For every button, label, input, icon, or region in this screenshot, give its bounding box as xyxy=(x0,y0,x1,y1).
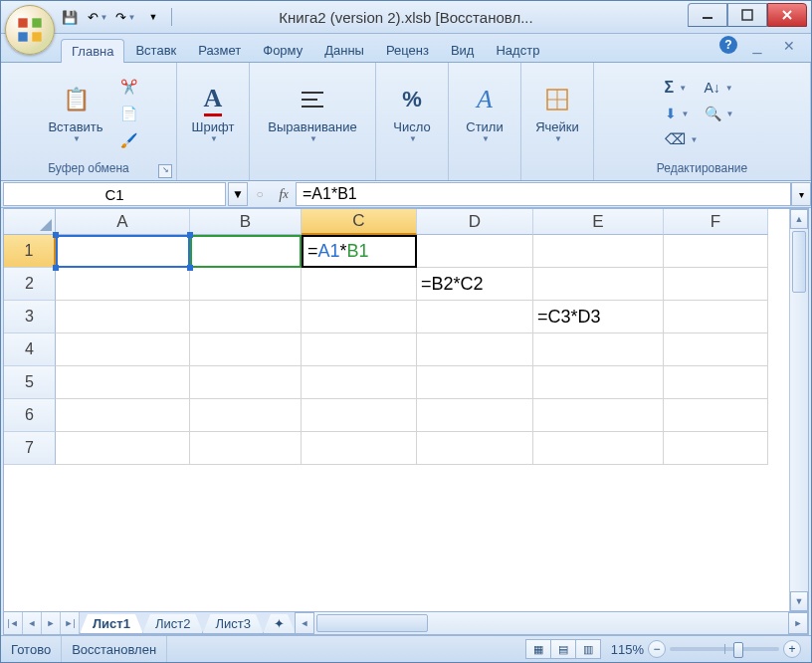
cell-E5[interactable] xyxy=(533,366,664,399)
cell-A4[interactable] xyxy=(56,333,190,366)
cell-E1[interactable] xyxy=(533,235,664,268)
col-header-e[interactable]: E xyxy=(533,209,664,235)
font-button[interactable]: AШрифт▼ xyxy=(179,76,247,151)
row-header-6[interactable]: 6 xyxy=(4,399,56,432)
clipboard-launcher[interactable]: ↘ xyxy=(158,164,172,178)
cell-C5[interactable] xyxy=(302,366,417,399)
qat-undo-button[interactable]: ↶▼ xyxy=(85,5,110,29)
tab-view[interactable]: Вид xyxy=(440,38,486,62)
insert-function-button[interactable]: fx xyxy=(272,183,296,205)
zoom-knob[interactable] xyxy=(733,642,743,658)
alignment-button[interactable]: Выравнивание▼ xyxy=(252,76,373,151)
format-painter-button[interactable]: 🖌️ xyxy=(116,128,140,152)
sheet-nav-first[interactable]: |◄ xyxy=(4,612,23,634)
hscroll-track[interactable] xyxy=(430,612,788,634)
vscroll-thumb[interactable] xyxy=(792,231,806,293)
cell-A3[interactable] xyxy=(56,301,190,333)
name-box[interactable]: C1 xyxy=(3,182,226,206)
normal-view-button[interactable]: ▦ xyxy=(526,640,551,658)
cell-A7[interactable] xyxy=(56,432,190,465)
cell-B2[interactable] xyxy=(190,268,302,301)
cell-C6[interactable] xyxy=(302,399,417,432)
cell-F5[interactable] xyxy=(664,366,768,399)
row-header-7[interactable]: 7 xyxy=(4,432,56,465)
cell-C7[interactable] xyxy=(302,432,417,465)
number-button[interactable]: %Число▼ xyxy=(378,76,446,151)
horizontal-scrollbar[interactable]: ◄ ► xyxy=(295,612,808,634)
tab-review[interactable]: Реценз xyxy=(375,38,440,62)
cell-C2[interactable] xyxy=(302,268,417,301)
cell-D1[interactable] xyxy=(417,235,533,268)
formula-input[interactable]: =A1*B1 xyxy=(296,182,791,206)
cell-F6[interactable] xyxy=(664,399,768,432)
cell-D4[interactable] xyxy=(417,333,533,366)
tab-data[interactable]: Данны xyxy=(313,38,375,62)
sheet-tab-3[interactable]: Лист3 xyxy=(202,614,263,634)
cell-D2[interactable]: =B2*C2 xyxy=(417,268,533,301)
qat-redo-button[interactable]: ↷▼ xyxy=(112,5,138,29)
col-header-f[interactable]: F xyxy=(664,209,768,235)
scroll-right-button[interactable]: ► xyxy=(788,612,808,634)
vscroll-track[interactable] xyxy=(790,295,808,591)
help-button[interactable]: ? xyxy=(719,36,737,54)
expand-formula-bar-button[interactable]: ▾ xyxy=(791,182,811,206)
clear-button[interactable]: ⌫▼ xyxy=(665,130,699,148)
cell-F7[interactable] xyxy=(664,432,768,465)
cell-E3[interactable]: =C3*D3 xyxy=(533,301,664,333)
cancel-formula-button[interactable]: ○ xyxy=(248,183,272,205)
row-header-5[interactable]: 5 xyxy=(4,366,56,399)
col-header-c[interactable]: C xyxy=(302,209,417,235)
cell-E2[interactable] xyxy=(533,268,664,301)
cell-F4[interactable] xyxy=(664,333,768,366)
select-all-corner[interactable] xyxy=(4,209,56,235)
sheet-nav-last[interactable]: ►| xyxy=(61,612,80,634)
maximize-button[interactable] xyxy=(727,3,767,27)
scroll-up-button[interactable]: ▲ xyxy=(790,209,808,229)
cell-B5[interactable] xyxy=(190,366,302,399)
row-header-3[interactable]: 3 xyxy=(4,301,56,333)
col-header-d[interactable]: D xyxy=(417,209,533,235)
office-button[interactable] xyxy=(5,5,55,55)
row-header-2[interactable]: 2 xyxy=(4,268,56,301)
tab-pagelayout[interactable]: Размет xyxy=(187,38,252,62)
close-button[interactable] xyxy=(767,3,807,27)
styles-button[interactable]: AСтили▼ xyxy=(451,76,518,151)
tab-home[interactable]: Главна xyxy=(61,39,124,63)
cell-B7[interactable] xyxy=(190,432,302,465)
zoom-out-button[interactable]: − xyxy=(648,640,666,658)
cell-D5[interactable] xyxy=(417,366,533,399)
qat-customize-button[interactable]: ▼ xyxy=(140,5,166,29)
find-button[interactable]: 🔍▼ xyxy=(705,106,734,121)
paste-button[interactable]: 📋 Вставить ▼ xyxy=(37,76,114,151)
cell-D3[interactable] xyxy=(417,301,533,333)
cell-E7[interactable] xyxy=(533,432,664,465)
cell-E4[interactable] xyxy=(533,333,664,366)
cell-A2[interactable] xyxy=(56,268,190,301)
col-header-b[interactable]: B xyxy=(190,209,302,235)
cell-E6[interactable] xyxy=(533,399,664,432)
sheet-nav-prev[interactable]: ◄ xyxy=(23,612,42,634)
scroll-down-button[interactable]: ▼ xyxy=(790,591,808,611)
cell-D6[interactable] xyxy=(417,399,533,432)
cell-C3[interactable] xyxy=(302,301,417,333)
name-box-dropdown[interactable]: ▼ xyxy=(228,182,248,206)
row-header-4[interactable]: 4 xyxy=(4,333,56,366)
tab-formulas[interactable]: Форму xyxy=(252,38,313,62)
tab-insert[interactable]: Вставк xyxy=(124,38,187,62)
page-break-view-button[interactable]: ▥ xyxy=(576,640,600,658)
page-layout-view-button[interactable]: ▤ xyxy=(551,640,576,658)
sort-filter-button[interactable]: A↓▼ xyxy=(705,80,734,96)
new-sheet-button[interactable]: ✦ xyxy=(263,614,296,634)
zoom-in-button[interactable]: + xyxy=(783,640,801,658)
cell-A6[interactable] xyxy=(56,399,190,432)
zoom-slider[interactable] xyxy=(670,647,779,651)
scroll-left-button[interactable]: ◄ xyxy=(295,612,314,634)
zoom-level[interactable]: 115% xyxy=(611,642,644,657)
minimize-button[interactable] xyxy=(688,3,727,27)
qat-save-button[interactable]: 💾 xyxy=(57,5,83,29)
autosum-button[interactable]: Σ▼ xyxy=(665,79,699,97)
tab-addins[interactable]: Надстр xyxy=(485,38,550,62)
cell-A5[interactable] xyxy=(56,366,190,399)
cell-C4[interactable] xyxy=(302,333,417,366)
row-header-1[interactable]: 1 xyxy=(4,235,56,268)
